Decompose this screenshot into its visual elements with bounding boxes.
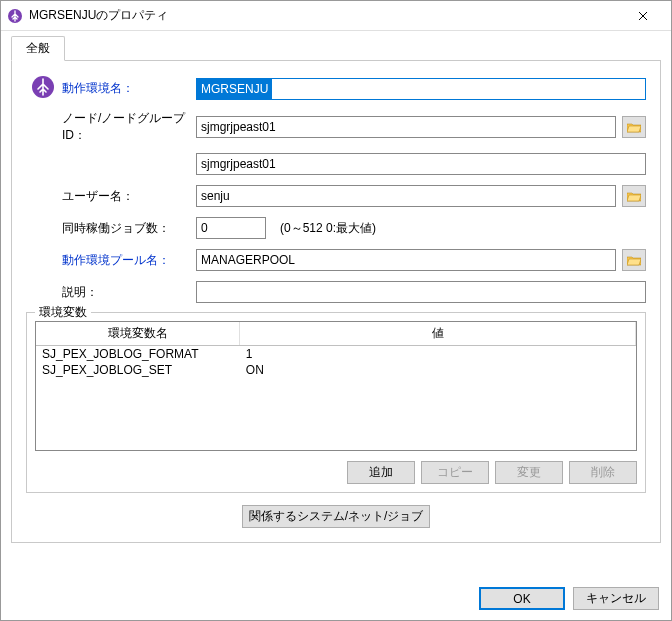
jobcount-label: 同時稼働ジョブ数： [62, 221, 170, 235]
folder-icon [627, 122, 641, 133]
table-row[interactable]: SJ_PEX_JOBLOG_SETON [36, 362, 636, 378]
desc-input[interactable] [196, 281, 646, 303]
table-row[interactable]: SJ_PEX_JOBLOG_FORMAT1 [36, 346, 636, 363]
envvar-name: SJ_PEX_JOBLOG_FORMAT [36, 346, 240, 363]
envvar-value: 1 [240, 346, 636, 363]
pool-label[interactable]: 動作環境プール名： [62, 253, 170, 267]
node-display-field [196, 153, 646, 175]
close-button[interactable] [623, 2, 663, 30]
window-title: MGRSENJUのプロパティ [29, 7, 623, 24]
envvars-list[interactable]: 環境変数名 値 SJ_PEX_JOBLOG_FORMAT1SJ_PEX_JOBL… [35, 321, 637, 451]
folder-icon [627, 191, 641, 202]
node-input[interactable] [196, 116, 616, 138]
tab-general[interactable]: 全般 [11, 36, 65, 61]
tab-panel-general: 動作環境名： MGRSENJU ノード/ノードグループID： [11, 60, 661, 543]
jobcount-input[interactable] [196, 217, 266, 239]
add-button[interactable]: 追加 [347, 461, 415, 484]
envvar-name: SJ_PEX_JOBLOG_SET [36, 362, 240, 378]
tab-row: 全般 [11, 37, 661, 61]
desc-label: 説明： [62, 285, 98, 299]
ok-button[interactable]: OK [479, 587, 565, 610]
cancel-button[interactable]: キャンセル [573, 587, 659, 610]
close-icon [638, 11, 648, 21]
user-label: ユーザー名： [62, 189, 134, 203]
pool-browse-button[interactable] [622, 249, 646, 271]
env-name-input[interactable]: MGRSENJU [196, 78, 646, 100]
edit-button[interactable]: 変更 [495, 461, 563, 484]
envvars-legend: 環境変数 [35, 304, 91, 321]
delete-button[interactable]: 削除 [569, 461, 637, 484]
dialog-window: MGRSENJUのプロパティ 全般 [0, 0, 672, 621]
env-icon [31, 75, 55, 102]
envvars-group: 環境変数 環境変数名 値 SJ_PEX_JOBLOG_FORMAT1SJ_PEX… [26, 312, 646, 493]
folder-icon [627, 255, 641, 266]
jobcount-hint: (0～512 0:最大値) [280, 220, 376, 237]
node-label: ノード/ノードグループID： [62, 111, 185, 142]
env-name-label[interactable]: 動作環境名： [62, 81, 134, 95]
envvars-col-value[interactable]: 値 [240, 322, 636, 346]
related-button[interactable]: 関係するシステム/ネット/ジョブ [242, 505, 431, 528]
pool-input[interactable] [196, 249, 616, 271]
envvars-buttons: 追加 コピー 変更 削除 [35, 461, 637, 484]
envvar-value: ON [240, 362, 636, 378]
titlebar: MGRSENJUのプロパティ [1, 1, 671, 31]
env-name-value: MGRSENJU [197, 79, 272, 99]
user-input[interactable] [196, 185, 616, 207]
dialog-body: 全般 動作環境名： MGRSENJU [1, 31, 671, 577]
copy-button[interactable]: コピー [421, 461, 489, 484]
dialog-footer: OK キャンセル [1, 577, 671, 620]
envvars-col-name[interactable]: 環境変数名 [36, 322, 240, 346]
user-browse-button[interactable] [622, 185, 646, 207]
app-icon [7, 8, 23, 24]
node-browse-button[interactable] [622, 116, 646, 138]
